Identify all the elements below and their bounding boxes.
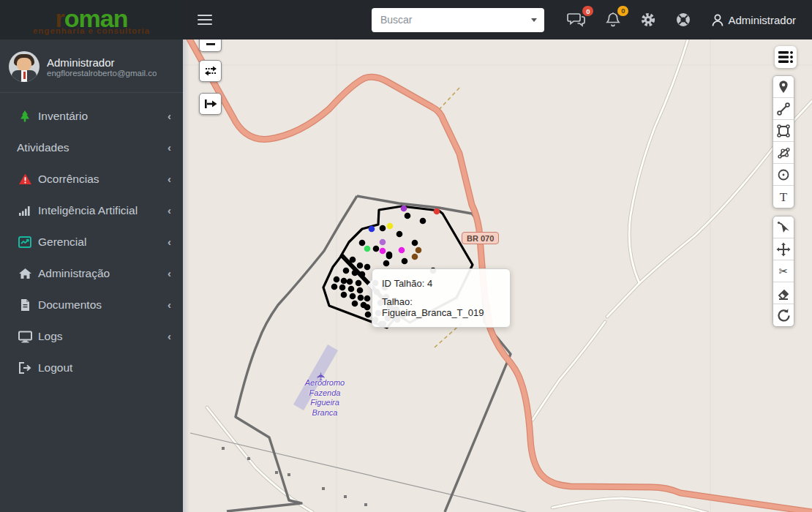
arrow-from-bar-icon xyxy=(203,98,218,110)
draw-circle-button[interactable] xyxy=(773,164,794,186)
gear-icon xyxy=(640,12,656,28)
notifications-badge: 0 xyxy=(617,6,628,16)
search-input[interactable]: Buscar xyxy=(372,8,545,32)
tooltip-plot-id: ID Talhão: 4 xyxy=(382,278,500,289)
aerodrome-label: Aeródromo Fazenda Figueira Branca xyxy=(297,378,353,418)
move-icon xyxy=(775,241,792,257)
text-icon: T xyxy=(775,189,792,205)
chevron-left-icon: ‹ xyxy=(168,267,171,279)
sidebar-item-atividades[interactable]: Atividades ‹ xyxy=(0,132,183,163)
polyline-icon xyxy=(775,101,792,117)
warning-icon xyxy=(17,173,33,186)
map-canvas[interactable]: ✈ xyxy=(183,39,812,512)
chart-icon xyxy=(17,236,33,249)
tooltip-arrow xyxy=(367,280,372,290)
user-panel: Administrador engflorestalroberto@gmail.… xyxy=(0,39,183,93)
messages-badge: 0 xyxy=(582,6,593,16)
zoom-out-button[interactable] xyxy=(199,39,222,52)
chevron-left-icon: ‹ xyxy=(168,204,171,217)
sidebar: roman engenharia e consultoria Administr… xyxy=(0,0,183,512)
draw-marker-button[interactable] xyxy=(773,76,794,98)
rotate-icon xyxy=(775,307,792,323)
chevron-left-icon: ‹ xyxy=(168,141,171,154)
plot-tooltip: ID Talhão: 4 Talhao: Figueira_Branca_T_0… xyxy=(372,268,511,328)
scissors-icon: ✂ xyxy=(775,263,792,279)
chevron-down-icon xyxy=(531,18,537,22)
draw-text-button[interactable]: T xyxy=(773,186,794,208)
app-window: roman engenharia e consultoria Administr… xyxy=(0,0,812,512)
user-icon xyxy=(711,13,724,27)
measure-tool-button[interactable] xyxy=(199,60,222,82)
draw-rectangle-button[interactable] xyxy=(773,120,794,142)
brand-subtitle: engenharia e consultoria xyxy=(33,27,150,36)
rotate-button[interactable] xyxy=(773,304,794,326)
help-button[interactable] xyxy=(666,4,701,35)
search-placeholder: Buscar xyxy=(380,14,532,26)
edit-vertices-icon xyxy=(775,219,792,236)
sidebar-item-ocorrencias[interactable]: Ocorrências ‹ xyxy=(0,163,183,195)
messages-button[interactable]: 0 xyxy=(557,4,595,35)
hamburger-menu-icon[interactable] xyxy=(198,12,212,28)
chevron-left-icon: ‹ xyxy=(168,236,171,248)
home-icon xyxy=(17,267,33,280)
user-email: engflorestalroberto@gmail.co xyxy=(47,69,157,78)
brand-logo[interactable]: roman engenharia e consultoria xyxy=(0,0,183,39)
svg-text:✂: ✂ xyxy=(779,265,789,278)
sidebar-item-logs[interactable]: Logs ‹ xyxy=(0,320,183,352)
sidebar-item-administracao[interactable]: Administração ‹ xyxy=(0,257,183,289)
step-tool-button[interactable] xyxy=(199,93,222,115)
document-icon xyxy=(17,298,33,312)
eraser-icon xyxy=(775,285,792,301)
road-badge: BR 070 xyxy=(462,232,499,244)
chevron-left-icon: ‹ xyxy=(168,298,171,311)
tree-icon xyxy=(17,110,33,123)
logout-icon xyxy=(17,361,33,374)
layers-list-icon xyxy=(778,50,794,64)
drag-button[interactable] xyxy=(773,238,794,260)
marker-icon xyxy=(775,79,792,95)
power-line xyxy=(190,433,528,512)
sidebar-item-inventario[interactable]: Inventário ‹ xyxy=(0,100,183,132)
minus-icon xyxy=(205,39,217,47)
desktop-icon xyxy=(17,330,33,343)
sidebar-item-logout[interactable]: Logout xyxy=(0,352,183,383)
user-menu-button[interactable]: Administrador xyxy=(711,13,796,27)
notifications-button[interactable]: 0 xyxy=(595,4,631,36)
user-menu-label: Administrador xyxy=(728,14,796,26)
erase-button[interactable] xyxy=(773,282,794,304)
sidebar-item-inteligencia-artificial[interactable]: Inteligência Artificial ‹ xyxy=(0,195,183,226)
sidebar-item-gerencial[interactable]: Gerencial ‹ xyxy=(0,226,183,257)
chevron-left-icon: ‹ xyxy=(168,330,171,342)
avatar xyxy=(9,51,40,82)
draw-polyline-button[interactable] xyxy=(773,98,794,120)
circle-icon xyxy=(775,167,792,183)
svg-text:T: T xyxy=(780,190,788,204)
layers-button[interactable] xyxy=(775,46,797,68)
edit-vertices-button[interactable] xyxy=(773,217,794,238)
measure-arrows-icon xyxy=(203,64,218,78)
signal-icon xyxy=(17,204,33,217)
edit-toolbar: ✂ xyxy=(772,216,794,327)
sidebar-menu: Inventário ‹ Atividades ‹ Ocorrências ‹ … xyxy=(0,100,183,383)
polygon-icon xyxy=(775,145,792,161)
tooltip-plot-name: Talhao: Figueira_Branca_T_019 xyxy=(382,296,500,318)
draw-polygon-button[interactable] xyxy=(773,142,794,164)
draw-toolbar: T xyxy=(772,75,794,208)
rectangle-icon xyxy=(775,123,792,139)
sidebar-item-documentos[interactable]: Documentos ‹ xyxy=(0,289,183,320)
chevron-left-icon: ‹ xyxy=(168,110,171,122)
life-ring-icon xyxy=(675,12,691,28)
settings-button[interactable] xyxy=(631,4,666,35)
top-navbar: Buscar 0 0 xyxy=(183,0,812,39)
cut-button[interactable]: ✂ xyxy=(773,260,794,282)
user-name: Administrador xyxy=(47,56,157,69)
chevron-left-icon: ‹ xyxy=(168,173,171,185)
